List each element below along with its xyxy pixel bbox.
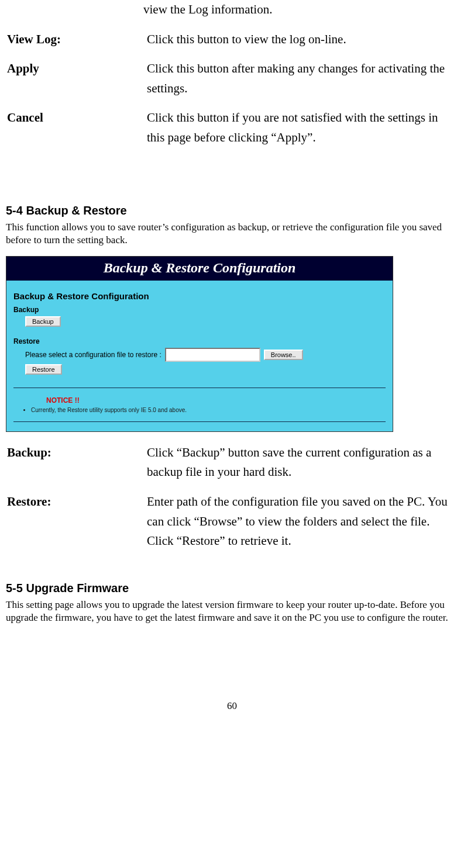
upgrade-firmware-intro: This setting page allows you to upgrade … bbox=[6, 599, 458, 624]
notice-list: Currently, the Restore utility supports … bbox=[19, 407, 386, 413]
restore-def-label: Restore: bbox=[7, 492, 145, 559]
config-screenshot: Backup & Restore Configuration Backup & … bbox=[6, 256, 393, 432]
restore-group-label: Restore bbox=[13, 337, 386, 345]
apply-desc: Click this button after making any chang… bbox=[146, 58, 457, 106]
backup-button[interactable]: Backup bbox=[25, 316, 61, 327]
restore-file-input[interactable] bbox=[165, 348, 260, 362]
backup-group-label: Backup bbox=[13, 306, 386, 314]
divider bbox=[13, 388, 386, 388]
view-log-desc: Click this button to view the log on-lin… bbox=[146, 29, 457, 58]
backup-def-label: Backup: bbox=[7, 442, 145, 490]
screenshot-title: Backup & Restore Configuration bbox=[6, 257, 393, 281]
apply-label: Apply bbox=[7, 58, 145, 106]
continuation-text: view the Log information. bbox=[6, 0, 458, 28]
divider-bottom bbox=[13, 421, 386, 422]
definitions-table-2: Backup: Click “Backup” button save the c… bbox=[6, 441, 458, 561]
cancel-desc: Click this button if you are not satisfi… bbox=[146, 108, 457, 155]
notice-label: NOTICE !! bbox=[46, 396, 386, 404]
browse-button[interactable]: Browse.. bbox=[264, 350, 303, 360]
backup-def-desc: Click “Backup” button save the current c… bbox=[146, 442, 457, 490]
backup-restore-heading: 5-4 Backup & Restore bbox=[6, 204, 458, 217]
upgrade-firmware-heading: 5-5 Upgrade Firmware bbox=[6, 582, 458, 595]
restore-prompt: Please select a configuration file to re… bbox=[25, 351, 161, 359]
restore-button[interactable]: Restore bbox=[25, 364, 62, 375]
definitions-table-1: View Log: Click this button to view the … bbox=[6, 28, 458, 157]
view-log-label: View Log: bbox=[7, 29, 145, 58]
page-number: 60 bbox=[6, 700, 458, 712]
cancel-label: Cancel bbox=[7, 108, 145, 155]
notice-text: Currently, the Restore utility supports … bbox=[31, 407, 386, 413]
screenshot-sub-heading: Backup & Restore Configuration bbox=[13, 291, 386, 301]
backup-restore-intro: This function allows you to save router’… bbox=[6, 221, 458, 247]
restore-def-desc: Enter path of the configuration file you… bbox=[146, 492, 457, 559]
